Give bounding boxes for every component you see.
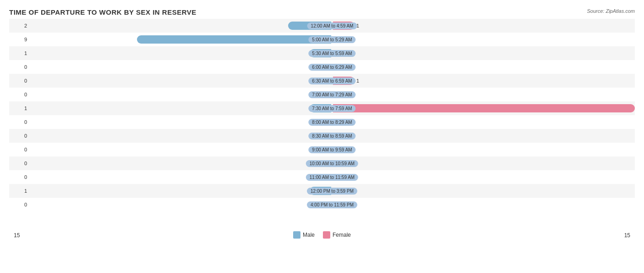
bars-section: 6:00 AM to 6:29 AM 0 xyxy=(29,60,635,74)
legend-female: Female xyxy=(323,231,351,239)
chart-row: 1 7:30 AM to 7:59 AM 14 xyxy=(9,101,635,115)
time-label-box: 6:30 AM to 6:59 AM xyxy=(308,78,355,84)
female-bar-half: 0 xyxy=(332,118,635,126)
time-label-box: 10:00 AM to 10:59 AM xyxy=(306,160,358,167)
female-bar-half: 1 xyxy=(332,22,635,30)
bars-section: 8:00 AM to 8:29 AM 0 xyxy=(29,115,635,129)
time-label-box: 4:00 PM to 11:59 PM xyxy=(307,201,357,208)
legend-female-label: Female xyxy=(333,232,351,238)
bars-section: 11:00 AM to 11:59 AM 0 xyxy=(29,170,635,184)
bars-section: 4:00 PM to 11:59 PM 0 xyxy=(29,198,635,212)
axis-label-left: 15 xyxy=(14,232,20,239)
chart-row: 0 4:00 PM to 11:59 PM 0 xyxy=(9,198,635,212)
male-bar xyxy=(137,35,331,44)
legend-male: Male xyxy=(293,231,315,239)
chart-container: TIME OF DEPARTURE TO WORK BY SEX IN RESE… xyxy=(0,0,644,273)
female-bar-half: 0 xyxy=(332,63,635,71)
male-bar-half xyxy=(29,187,332,195)
legend-male-label: Male xyxy=(303,232,315,238)
time-label-box: 8:30 AM to 8:59 AM xyxy=(308,133,355,139)
female-bar-half: 0 xyxy=(332,90,635,99)
time-label-box: 5:30 AM to 5:59 AM xyxy=(308,50,355,57)
chart-title: TIME OF DEPARTURE TO WORK BY SEX IN RESE… xyxy=(9,8,635,16)
female-bar-half: 0 xyxy=(332,159,635,167)
male-bar-half xyxy=(29,173,332,181)
bars-section: 9:00 AM to 9:59 AM 0 xyxy=(29,143,635,156)
time-label-box: 12:00 AM to 4:59 AM xyxy=(307,22,357,29)
male-value: 0 xyxy=(9,78,29,84)
male-value: 0 xyxy=(9,147,29,152)
chart-row: 0 9:00 AM to 9:59 AM 0 xyxy=(9,143,635,156)
female-bar-half: 0 xyxy=(332,145,635,154)
male-bar-half xyxy=(29,35,332,44)
male-bar-half xyxy=(29,22,332,30)
bars-section: 10:00 AM to 10:59 AM 0 xyxy=(29,156,635,170)
legend: Male Female xyxy=(293,231,351,239)
time-label-box: 7:00 AM to 7:29 AM xyxy=(308,91,355,98)
chart-row: 9 5:00 AM to 5:29 AM 0 xyxy=(9,33,635,46)
male-value: 0 xyxy=(9,119,29,125)
axis-label-right: 15 xyxy=(624,232,630,239)
male-value: 0 xyxy=(9,92,29,97)
chart-row: 0 6:30 AM to 6:59 AM 1 xyxy=(9,74,635,88)
source-text: Source: ZipAtlas.com xyxy=(587,8,635,14)
female-bar-half: 1 xyxy=(332,77,635,85)
male-value: 1 xyxy=(9,50,29,56)
chart-area: 2 12:00 AM to 4:59 AM 1 9 5:00 AM to 5:2… xyxy=(9,19,635,242)
male-bar-half xyxy=(29,201,332,209)
male-value: 0 xyxy=(9,174,29,180)
time-label-box: 9:00 AM to 9:59 AM xyxy=(308,146,355,153)
female-bar: 14 xyxy=(333,104,635,112)
male-value: 1 xyxy=(9,106,29,111)
chart-row: 1 5:30 AM to 5:59 AM 0 xyxy=(9,46,635,60)
bars-section: 8:30 AM to 8:59 AM 0 xyxy=(29,129,635,143)
male-bar-half xyxy=(29,77,332,85)
male-value: 9 xyxy=(9,37,29,42)
female-bar-half: 0 xyxy=(332,35,635,44)
bars-section: 7:30 AM to 7:59 AM 14 xyxy=(29,101,635,115)
male-value: 0 xyxy=(9,161,29,166)
bars-section: 6:30 AM to 6:59 AM 1 xyxy=(29,74,635,88)
male-bar-half xyxy=(29,90,332,99)
female-bar-half: 0 xyxy=(332,187,635,195)
rows-wrapper: 2 12:00 AM to 4:59 AM 1 9 5:00 AM to 5:2… xyxy=(9,19,635,228)
chart-row: 1 12:00 PM to 3:59 PM 0 xyxy=(9,184,635,198)
bars-section: 12:00 AM to 4:59 AM 1 xyxy=(29,19,635,33)
chart-row: 0 8:00 AM to 8:29 AM 0 xyxy=(9,115,635,129)
female-bar-half: 14 xyxy=(332,104,635,112)
time-label-box: 8:00 AM to 8:29 AM xyxy=(308,119,355,126)
female-bar-outside-label: 1 xyxy=(356,78,359,84)
male-bar-half xyxy=(29,159,332,167)
time-label-box: 6:00 AM to 6:29 AM xyxy=(308,64,355,71)
male-bar-half xyxy=(29,104,332,112)
chart-row: 0 8:30 AM to 8:59 AM 0 xyxy=(9,129,635,143)
female-bar-half: 0 xyxy=(332,201,635,209)
time-label-box: 7:30 AM to 7:59 AM xyxy=(308,105,355,112)
female-bar-half: 0 xyxy=(332,132,635,140)
bars-section: 5:30 AM to 5:59 AM 0 xyxy=(29,46,635,60)
male-bar-half xyxy=(29,145,332,154)
legend-male-box xyxy=(293,231,300,239)
bars-section: 12:00 PM to 3:59 PM 0 xyxy=(29,184,635,198)
male-value: 0 xyxy=(9,64,29,70)
legend-female-box xyxy=(323,231,330,239)
male-bar-half xyxy=(29,132,332,140)
male-value: 0 xyxy=(9,133,29,139)
bars-section: 7:00 AM to 7:29 AM 0 xyxy=(29,88,635,101)
time-label-box: 5:00 AM to 5:29 AM xyxy=(308,36,355,43)
male-bar-half xyxy=(29,63,332,71)
time-label-box: 12:00 PM to 3:59 PM xyxy=(307,188,357,195)
chart-row: 0 10:00 AM to 10:59 AM 0 xyxy=(9,156,635,170)
female-bar-half: 0 xyxy=(332,49,635,57)
female-bar-half: 0 xyxy=(332,173,635,181)
male-value: 2 xyxy=(9,23,29,28)
chart-row: 0 11:00 AM to 11:59 AM 0 xyxy=(9,170,635,184)
chart-row: 0 7:00 AM to 7:29 AM 0 xyxy=(9,88,635,101)
male-value: 0 xyxy=(9,202,29,207)
male-bar-half xyxy=(29,118,332,126)
chart-row: 2 12:00 AM to 4:59 AM 1 xyxy=(9,19,635,33)
time-label-box: 11:00 AM to 11:59 AM xyxy=(306,174,358,181)
male-value: 1 xyxy=(9,188,29,194)
chart-row: 0 6:00 AM to 6:29 AM 0 xyxy=(9,60,635,74)
male-bar-half xyxy=(29,49,332,57)
